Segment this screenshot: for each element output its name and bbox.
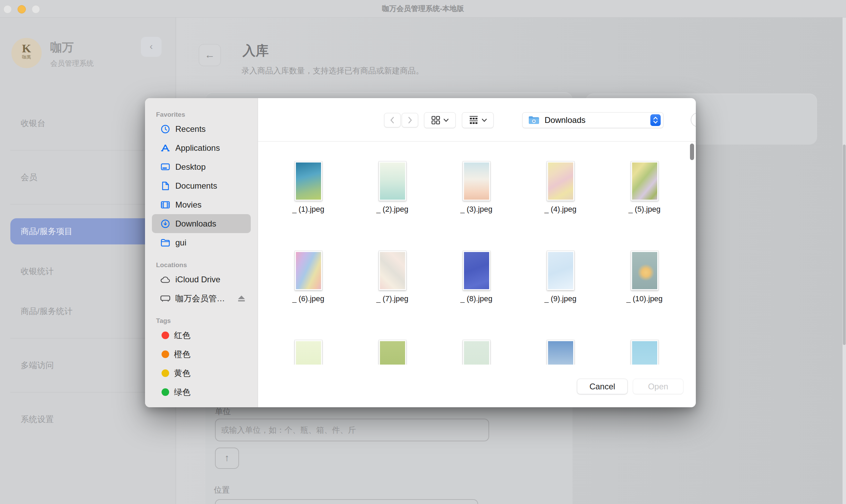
window-scrollbar-thumb[interactable] xyxy=(843,145,846,345)
page-title: 入库 xyxy=(243,42,269,60)
chevron-down-icon xyxy=(482,119,487,122)
location-popup[interactable]: Downloads xyxy=(522,112,663,128)
sidebar-item-desktop[interactable]: Desktop xyxy=(152,157,251,176)
titlebar: 咖万会员管理系统-本地版 xyxy=(0,0,846,18)
group-view-button[interactable] xyxy=(462,112,494,128)
file-thumbnail[interactable] xyxy=(463,251,490,290)
item-label: 绿色 xyxy=(174,387,190,398)
cancel-button[interactable]: Cancel xyxy=(577,379,628,394)
file-row: _ (6).jpeg_ (7).jpeg_ (8).jpeg_ (9).jpeg… xyxy=(258,251,689,303)
downloads-folder-icon xyxy=(528,115,540,125)
section-label: Locations xyxy=(145,260,258,270)
clock-icon xyxy=(160,124,171,134)
file-thumbnail[interactable] xyxy=(463,161,490,201)
file-thumbnail[interactable] xyxy=(547,340,574,365)
open-button[interactable]: Open xyxy=(633,379,683,394)
file-item[interactable] xyxy=(518,340,602,365)
sidebar-item-gui[interactable]: gui xyxy=(152,233,251,252)
sidebar-item-documents[interactable]: Documents xyxy=(152,176,251,195)
file-grid: _ (1).jpeg_ (2).jpeg_ (3).jpeg_ (4).jpeg… xyxy=(258,141,689,365)
popup-stepper-icon xyxy=(650,114,661,126)
desktop-icon xyxy=(160,162,171,172)
download-circle-icon xyxy=(160,219,171,229)
sidebar-item-recents[interactable]: Recents xyxy=(152,119,251,138)
nav-forward-button[interactable] xyxy=(402,113,418,127)
dialog-scrollbar-thumb[interactable] xyxy=(690,144,694,160)
file-item[interactable] xyxy=(434,340,518,365)
file-thumbnail[interactable] xyxy=(463,340,490,365)
sidebar-item-咖万会员管…[interactable]: 咖万会员管… xyxy=(152,289,251,308)
file-thumbnail[interactable] xyxy=(295,161,322,201)
file-thumbnail[interactable] xyxy=(379,161,406,201)
file-item-6jpeg[interactable]: _ (6).jpeg xyxy=(266,251,350,303)
icon-view-button[interactable] xyxy=(424,112,456,128)
file-row xyxy=(258,340,689,365)
file-name: _ (6).jpeg xyxy=(292,294,324,303)
tag-color-dot xyxy=(162,332,169,339)
search-field[interactable] xyxy=(691,113,696,127)
file-item-5jpeg[interactable]: _ (5).jpeg xyxy=(602,161,687,214)
file-thumbnail[interactable] xyxy=(379,340,406,365)
file-item-8jpeg[interactable]: _ (8).jpeg xyxy=(434,251,518,303)
file-name: _ (8).jpeg xyxy=(461,294,493,303)
file-item-1jpeg[interactable]: _ (1).jpeg xyxy=(266,161,350,214)
file-item-9jpeg[interactable]: _ (9).jpeg xyxy=(518,251,602,303)
file-item-2jpeg[interactable]: _ (2).jpeg xyxy=(350,161,434,214)
dialog-content: Downloads _ (1).jpeg_ (2).jpeg_ (3).jpeg… xyxy=(258,98,696,407)
sidebar-item-movies[interactable]: Movies xyxy=(152,195,251,214)
brand-logo-sub: 咖萬 xyxy=(11,54,42,60)
file-item-4jpeg[interactable]: _ (4).jpeg xyxy=(518,161,602,214)
unit-input[interactable] xyxy=(215,419,489,441)
file-thumbnail[interactable] xyxy=(379,251,406,290)
sidebar-item-applications[interactable]: Applications xyxy=(152,138,251,157)
tag-color-dot xyxy=(162,369,169,377)
brand-title: 咖万 xyxy=(50,40,74,55)
sidebar-item-downloads[interactable]: Downloads xyxy=(152,214,251,233)
file-thumbnail[interactable] xyxy=(631,251,658,290)
nav-back-button[interactable] xyxy=(384,113,401,127)
app-window: 咖万会员管理系统-本地版 K 咖萬 咖万 会员管理系统 ‹ 收银台会员商品/服务… xyxy=(0,0,846,504)
item-label: 红色 xyxy=(174,330,190,341)
document-icon xyxy=(160,181,171,191)
grid-view-icon xyxy=(431,116,440,125)
sidebar-item-icloud-drive[interactable]: iCloud Drive xyxy=(152,270,251,289)
sidebar-item-7[interactable]: 系统设置 xyxy=(10,406,169,432)
file-name: _ (5).jpeg xyxy=(629,205,661,214)
unit-label: 单位 xyxy=(215,406,231,417)
file-item-10jpeg[interactable]: _ (10).jpeg xyxy=(602,251,687,303)
sidebar-item-红色[interactable]: 红色 xyxy=(152,326,251,345)
file-item[interactable] xyxy=(266,340,350,365)
file-name: _ (3).jpeg xyxy=(461,205,493,214)
eject-icon[interactable] xyxy=(237,295,246,302)
file-thumbnail[interactable] xyxy=(631,161,658,201)
file-row: _ (1).jpeg_ (2).jpeg_ (3).jpeg_ (4).jpeg… xyxy=(258,161,689,214)
file-thumbnail[interactable] xyxy=(547,251,574,290)
file-item-3jpeg[interactable]: _ (3).jpeg xyxy=(434,161,518,214)
file-item-7jpeg[interactable]: _ (7).jpeg xyxy=(350,251,434,303)
file-thumbnail[interactable] xyxy=(295,340,322,365)
file-item[interactable] xyxy=(350,340,434,365)
file-thumbnail[interactable] xyxy=(295,251,322,290)
folder-icon xyxy=(160,238,171,248)
sidebar-item-绿色[interactable]: 绿色 xyxy=(152,382,251,401)
item-label: iCloud Drive xyxy=(175,275,220,284)
item-label: Applications xyxy=(175,143,220,153)
page-subtitle: 录入商品入库数量，支持选择已有商品或新建商品。 xyxy=(241,65,424,76)
file-name: _ (10).jpeg xyxy=(626,294,662,303)
file-item[interactable] xyxy=(602,340,687,365)
appstore-icon xyxy=(160,143,171,153)
file-open-dialog: FavoritesRecentsApplicationsDesktopDocum… xyxy=(145,98,696,407)
sidebar-item-黄色[interactable]: 黄色 xyxy=(152,364,251,382)
page-back-button[interactable]: ← xyxy=(199,44,221,66)
location-popup-label: Downloads xyxy=(545,115,586,125)
file-thumbnail[interactable] xyxy=(547,161,574,201)
file-thumbnail[interactable] xyxy=(631,340,658,365)
film-icon xyxy=(160,200,171,210)
location-input[interactable] xyxy=(215,499,478,504)
sidebar-item-橙色[interactable]: 橙色 xyxy=(152,345,251,364)
upload-button[interactable]: ↑ xyxy=(215,448,239,469)
location-label: 位置 xyxy=(214,485,230,495)
sidebar-collapse-button[interactable]: ‹ xyxy=(141,37,162,57)
item-label: Documents xyxy=(175,181,217,191)
harddrive-icon xyxy=(160,293,171,304)
